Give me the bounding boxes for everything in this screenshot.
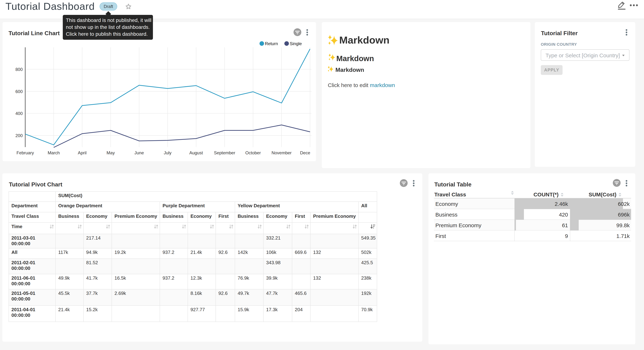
svg-text:February: February — [16, 150, 34, 155]
svg-text:Single: Single — [290, 41, 302, 46]
svg-text:Dece: Dece — [300, 150, 310, 155]
svg-text:September: September — [214, 150, 235, 155]
svg-text:November: November — [272, 150, 292, 155]
svg-text:March: March — [48, 150, 60, 155]
svg-text:600: 600 — [16, 89, 23, 94]
svg-text:July: July — [164, 150, 172, 155]
svg-text:June: June — [134, 150, 144, 155]
svg-text:Return: Return — [265, 41, 278, 46]
svg-text:August: August — [190, 150, 203, 155]
svg-text:April: April — [78, 150, 86, 155]
svg-text:400: 400 — [16, 111, 23, 116]
svg-text:800: 800 — [16, 67, 23, 72]
svg-text:May: May — [106, 150, 115, 155]
svg-text:October: October — [245, 150, 261, 155]
svg-text:200: 200 — [16, 133, 23, 138]
